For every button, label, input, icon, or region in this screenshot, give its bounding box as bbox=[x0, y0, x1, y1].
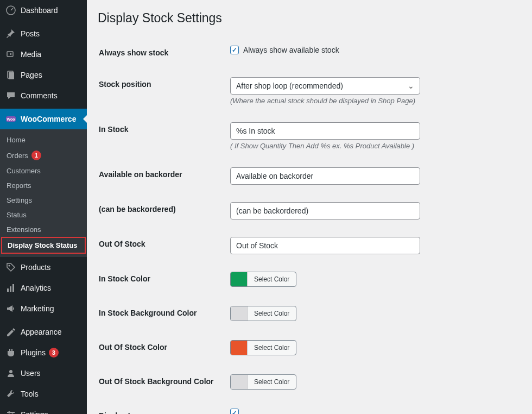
pin-icon bbox=[5, 28, 16, 39]
menu-products[interactable]: Products bbox=[0, 257, 87, 278]
users-icon bbox=[5, 368, 16, 379]
menu-appearance[interactable]: Appearance bbox=[0, 322, 87, 342]
pages-icon bbox=[5, 70, 16, 80]
media-icon bbox=[5, 49, 16, 60]
woocommerce-submenu: Home Orders1 Customers Reports Settings … bbox=[0, 129, 87, 257]
label-in-stock-color: In Stock Color bbox=[99, 264, 229, 297]
select-color-button[interactable]: Select Color bbox=[247, 341, 296, 355]
settings-icon bbox=[5, 409, 16, 414]
menu-label: Pages bbox=[21, 71, 42, 79]
color-swatch bbox=[231, 375, 247, 389]
svg-text:Woo: Woo bbox=[7, 117, 15, 121]
menu-label: Tools bbox=[21, 390, 39, 398]
marketing-icon bbox=[5, 303, 16, 314]
label-can-backorder: (can be backordered) bbox=[99, 194, 229, 228]
label-backorder: Available on backorder bbox=[99, 159, 229, 193]
menu-label: Media bbox=[21, 50, 41, 59]
color-swatch bbox=[231, 306, 247, 321]
submenu-settings[interactable]: Settings bbox=[0, 193, 87, 208]
label-in-stock: In Stock bbox=[99, 114, 229, 158]
label-out-stock-color: Out Of Stock Color bbox=[99, 332, 229, 365]
color-swatch bbox=[231, 272, 247, 286]
menu-marketing[interactable]: Marketing bbox=[0, 298, 87, 319]
tools-icon bbox=[5, 388, 16, 399]
input-in-stock[interactable]: %s In stock bbox=[230, 122, 420, 140]
submenu-display-stock-status[interactable]: Display Stock Status bbox=[1, 237, 86, 254]
submenu-extensions[interactable]: Extensions bbox=[0, 222, 87, 237]
menu-users[interactable]: Users bbox=[0, 363, 87, 384]
submenu-reports[interactable]: Reports bbox=[0, 178, 87, 193]
select-color-button[interactable]: Select Color bbox=[247, 306, 296, 321]
menu-label: Products bbox=[21, 263, 50, 272]
menu-label: Marketing bbox=[21, 304, 54, 313]
menu-label: Users bbox=[21, 369, 41, 378]
menu-analytics[interactable]: Analytics bbox=[0, 278, 87, 298]
plugins-badge: 3 bbox=[49, 348, 59, 357]
chevron-down-icon: ⌄ bbox=[408, 81, 414, 90]
submenu-home[interactable]: Home bbox=[0, 133, 87, 147]
menu-media[interactable]: Media bbox=[0, 44, 87, 65]
label-stock-position: Stock position bbox=[99, 69, 229, 113]
label-always-show: Always show stock bbox=[99, 37, 229, 68]
submenu-status[interactable]: Status bbox=[0, 208, 87, 222]
menu-posts[interactable]: Posts bbox=[0, 23, 87, 44]
menu-label: WooCommerce bbox=[21, 115, 76, 123]
help-in-stock: ( If Show Quantity Then Add %s ex. %s Pr… bbox=[230, 142, 515, 150]
admin-sidebar: Dashboard Posts Media Pages Comments Woo… bbox=[0, 0, 87, 414]
plugins-icon bbox=[5, 347, 16, 358]
svg-rect-3 bbox=[9, 72, 14, 79]
label-out-of-stock: Out Of Stock bbox=[99, 229, 229, 262]
main-content: Display Stock Settings Always show stock… bbox=[87, 0, 532, 414]
color-picker-out-stock-bg[interactable]: Select Color bbox=[230, 374, 296, 390]
select-color-button[interactable]: Select Color bbox=[247, 375, 296, 389]
svg-rect-8 bbox=[10, 286, 11, 292]
input-backorder[interactable]: Available on backorder bbox=[230, 167, 420, 185]
menu-plugins[interactable]: Plugins 3 bbox=[0, 342, 87, 363]
menu-label: Settings bbox=[21, 410, 48, 414]
select-color-button[interactable]: Select Color bbox=[247, 272, 296, 286]
svg-point-6 bbox=[9, 265, 10, 267]
menu-woocommerce[interactable]: Woo WooCommerce bbox=[0, 109, 87, 129]
color-swatch bbox=[231, 341, 247, 355]
color-picker-in-stock[interactable]: Select Color bbox=[230, 272, 296, 287]
menu-label: Posts bbox=[21, 29, 40, 38]
orders-badge: 1 bbox=[31, 150, 41, 160]
svg-rect-9 bbox=[12, 284, 14, 292]
submenu-customers[interactable]: Customers bbox=[0, 164, 87, 178]
submenu-orders[interactable]: Orders1 bbox=[0, 147, 87, 164]
page-title: Display Stock Settings bbox=[98, 11, 521, 26]
menu-label: Comments bbox=[21, 91, 58, 100]
checkbox-label: Always show available stock bbox=[243, 46, 339, 54]
menu-label: Dashboard bbox=[21, 6, 58, 15]
settings-form: Always show stock Always show available … bbox=[98, 36, 521, 414]
svg-rect-7 bbox=[7, 288, 9, 292]
menu-label: Plugins bbox=[21, 348, 46, 357]
label-display-icon: Display Icon bbox=[99, 400, 229, 414]
menu-comments[interactable]: Comments bbox=[0, 85, 87, 106]
menu-settings-main[interactable]: Settings bbox=[0, 404, 87, 414]
label-out-stock-bg: Out Of Stock Background Color bbox=[99, 366, 229, 399]
comment-icon bbox=[5, 90, 16, 101]
svg-point-10 bbox=[9, 370, 12, 373]
input-out-of-stock[interactable]: Out of Stock bbox=[230, 237, 420, 254]
label-in-stock-bg: In Stock Background Color bbox=[99, 298, 229, 331]
analytics-icon bbox=[5, 283, 16, 293]
menu-tools[interactable]: Tools bbox=[0, 384, 87, 404]
menu-label: Analytics bbox=[21, 284, 51, 292]
checkbox-always-show[interactable] bbox=[230, 46, 239, 54]
dashboard-icon bbox=[5, 5, 16, 16]
color-picker-out-stock[interactable]: Select Color bbox=[230, 340, 296, 355]
appearance-icon bbox=[5, 327, 16, 337]
menu-dashboard[interactable]: Dashboard bbox=[0, 0, 87, 21]
woocommerce-icon: Woo bbox=[5, 114, 16, 124]
checkbox-display-icon[interactable] bbox=[230, 409, 239, 414]
svg-point-14 bbox=[8, 411, 10, 413]
help-stock-position: (Where the actual stock should be displa… bbox=[230, 97, 515, 105]
menu-pages[interactable]: Pages bbox=[0, 65, 87, 85]
menu-label: Appearance bbox=[21, 328, 62, 336]
select-stock-position[interactable]: After shop loop (recommended) ⌄ bbox=[230, 77, 420, 95]
color-picker-in-stock-bg[interactable]: Select Color bbox=[230, 306, 296, 321]
input-can-backorder[interactable]: (can be backordered) bbox=[230, 202, 420, 219]
products-icon bbox=[5, 262, 16, 273]
